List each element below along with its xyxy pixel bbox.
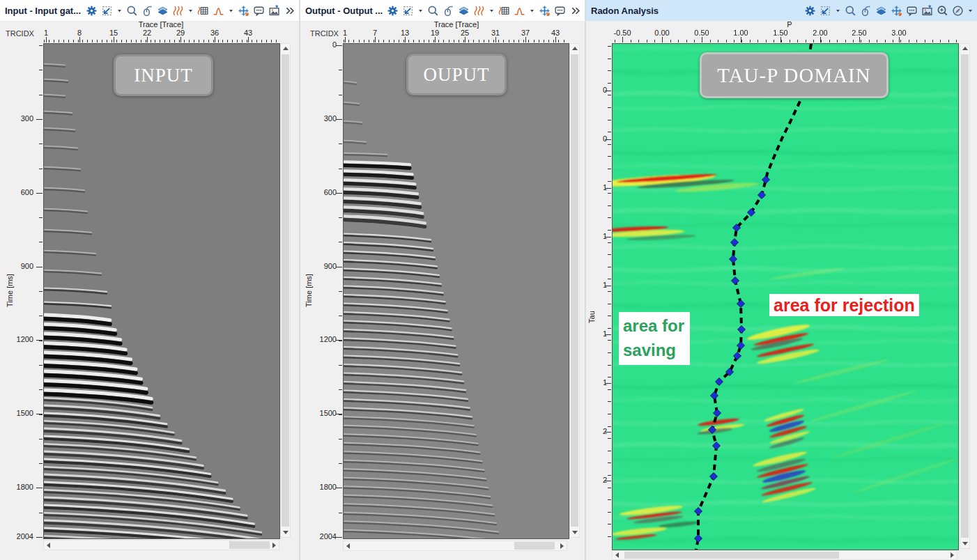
layers-icon[interactable] (875, 4, 887, 17)
zoom-icon[interactable] (844, 4, 856, 17)
input-hscrollbar[interactable] (43, 540, 279, 550)
more-icon[interactable] (569, 4, 581, 17)
output-vscroll-thumb[interactable] (571, 54, 578, 527)
caret-icon[interactable] (417, 4, 424, 17)
scroll-left-icon[interactable] (44, 540, 53, 550)
tick-mark (694, 40, 695, 42)
caret-icon[interactable] (227, 4, 234, 17)
radon-titlebar[interactable]: Radon Analysis (586, 0, 977, 22)
tick-mark (339, 169, 342, 169)
table-icon[interactable] (197, 4, 209, 17)
tick-mark (608, 181, 611, 182)
cross-icon[interactable] (538, 4, 551, 17)
input-titlebar[interactable]: Input - Input gat... (0, 0, 299, 22)
mouse-icon[interactable] (442, 4, 454, 17)
input-seismic-image[interactable] (43, 43, 280, 539)
comment-icon[interactable] (905, 4, 918, 17)
gear-icon[interactable] (803, 4, 816, 17)
tick-mark (916, 40, 917, 42)
tick-mark (757, 40, 758, 42)
tick-mark (353, 40, 354, 42)
axis-tick-label: 300 (8, 114, 33, 123)
wiggle-icon[interactable] (472, 4, 485, 17)
axis-tick-label: 1.00 (733, 29, 748, 37)
tick-mark-major (605, 432, 611, 433)
output-hscrollbar[interactable] (343, 540, 567, 551)
tick-mark (877, 40, 877, 42)
wiggle-icon[interactable] (171, 4, 184, 17)
gear-icon[interactable] (85, 4, 98, 17)
caret-icon[interactable] (834, 4, 841, 17)
export-icon[interactable] (921, 4, 933, 17)
caret-icon[interactable] (528, 4, 535, 17)
radon-vscrollbar[interactable] (960, 43, 970, 549)
tick-mark (766, 40, 767, 42)
fit-icon[interactable] (401, 4, 414, 17)
tick-mark (564, 40, 564, 42)
tick-mark-major (345, 37, 346, 42)
layers-icon[interactable] (156, 4, 169, 17)
input-hscroll-thumb[interactable] (229, 541, 270, 549)
comment-icon[interactable] (553, 4, 566, 17)
caret-icon[interactable] (116, 4, 123, 17)
output-titlebar[interactable]: Output - Output ... (300, 0, 585, 22)
zoom-icon[interactable] (125, 4, 138, 17)
tick-mark (39, 169, 43, 169)
output-vscrollbar[interactable] (569, 43, 580, 538)
hist-icon[interactable] (513, 4, 525, 17)
mouse-icon[interactable] (141, 4, 153, 17)
tick-mark-major (215, 37, 215, 42)
fit-icon[interactable] (100, 4, 113, 17)
tick-mark (670, 40, 671, 42)
layers-icon[interactable] (457, 4, 470, 17)
scroll-down-icon[interactable] (960, 539, 969, 548)
export-icon[interactable] (268, 4, 280, 17)
tick-mark (608, 488, 611, 488)
qzoom-icon[interactable] (936, 4, 948, 17)
scroll-up-icon[interactable] (281, 44, 290, 53)
scroll-right-icon[interactable] (948, 551, 957, 559)
axis-tick-label: 31 (491, 29, 500, 37)
output-seismic-image[interactable] (343, 43, 569, 539)
radon-hscroll-thumb[interactable] (624, 552, 839, 559)
scroll-left-icon[interactable] (344, 541, 353, 550)
trace-axis-corner-label: TRCIDX (6, 29, 34, 38)
tick-mark (344, 40, 344, 42)
mouse-icon[interactable] (859, 4, 872, 17)
fit-icon[interactable] (819, 4, 831, 17)
tick-mark-major (36, 414, 43, 414)
scroll-right-icon[interactable] (270, 540, 279, 550)
tick-mark (608, 107, 611, 108)
tick-mark-major (336, 537, 342, 538)
scroll-down-icon[interactable] (281, 528, 290, 537)
comment-icon[interactable] (252, 4, 265, 17)
output-hscroll-thumb[interactable] (514, 542, 555, 550)
scroll-up-icon[interactable] (570, 44, 579, 53)
compass-icon[interactable] (951, 4, 964, 17)
axis-tick-label: 600 (8, 188, 33, 196)
caret-icon[interactable] (967, 4, 974, 17)
tick-mark-major (899, 37, 900, 42)
scroll-left-icon[interactable] (613, 551, 622, 559)
scroll-right-icon[interactable] (557, 541, 567, 550)
radon-hscrollbar[interactable] (612, 550, 957, 560)
gear-icon[interactable] (386, 4, 399, 17)
tick-mark (861, 40, 861, 42)
input-vscrollbar[interactable] (280, 43, 291, 538)
table-icon[interactable] (498, 4, 510, 17)
cross-icon[interactable] (890, 4, 902, 17)
input-vscroll-thumb[interactable] (282, 54, 289, 527)
caret-icon[interactable] (187, 4, 194, 17)
cross-icon[interactable] (237, 4, 249, 17)
zoom-icon[interactable] (426, 4, 439, 17)
tick-mark-major (336, 488, 342, 488)
hist-icon[interactable] (212, 4, 224, 17)
caret-icon[interactable] (488, 4, 495, 17)
tick-mark (514, 40, 514, 42)
tick-mark (419, 40, 420, 42)
scroll-up-icon[interactable] (960, 44, 969, 53)
scroll-down-icon[interactable] (570, 528, 579, 537)
tick-mark (608, 389, 611, 390)
more-icon[interactable] (283, 4, 295, 17)
radon-vscroll-thumb[interactable] (961, 54, 969, 538)
